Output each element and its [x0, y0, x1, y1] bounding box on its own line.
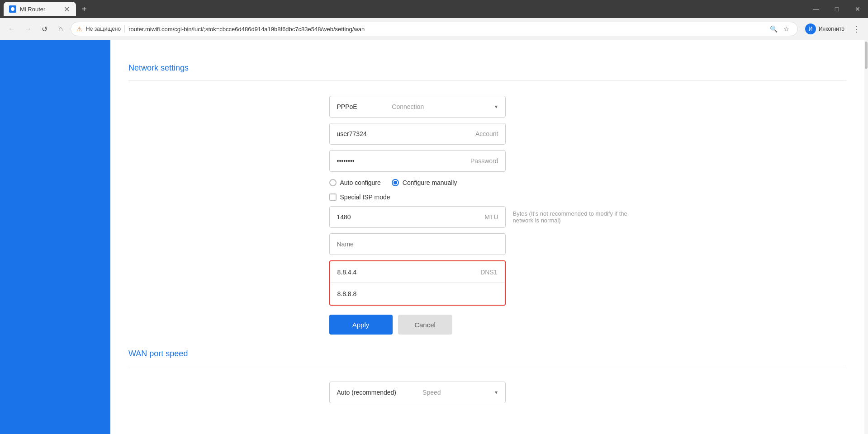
- mtu-hint-text: Bytes (It's not recommended to modify if…: [513, 210, 646, 224]
- speed-label: Speed: [422, 389, 441, 396]
- scrollbar-thumb[interactable]: [865, 42, 868, 69]
- tab-title: Mi Router: [20, 6, 45, 13]
- browser-menu-button[interactable]: ⋮: [850, 23, 863, 35]
- minimize-button[interactable]: —: [806, 0, 826, 18]
- dns1-label: DNS1: [480, 269, 497, 276]
- apply-button[interactable]: Apply: [329, 315, 393, 335]
- name-row: [329, 233, 506, 255]
- main-area: Network settings PPPoE Connection ▾: [0, 40, 868, 434]
- browser-right-icons: И Инкогнито ⋮: [802, 22, 863, 36]
- security-icon: ⚠: [76, 25, 82, 33]
- active-tab[interactable]: Mi Router ✕: [4, 2, 76, 16]
- manual-configure-radio[interactable]: Configure manually: [392, 179, 457, 186]
- address-bar-divider: [124, 25, 125, 33]
- close-button[interactable]: ✕: [847, 0, 868, 18]
- maximize-button[interactable]: □: [826, 0, 847, 18]
- auto-configure-label: Auto configure: [340, 179, 381, 186]
- avatar-letter: И: [809, 26, 813, 32]
- bookmark-icon[interactable]: ☆: [781, 24, 792, 34]
- home-button[interactable]: ⌂: [54, 23, 67, 35]
- wan-port-speed-title: WAN port speed: [128, 349, 846, 359]
- not-secure-label: Не защищено: [86, 26, 121, 32]
- network-settings-section: Network settings PPPoE Connection ▾: [128, 63, 846, 335]
- url-text[interactable]: router.miwifi.com/cgi-bin/luci/;stok=cbc…: [128, 26, 765, 33]
- isp-checkbox-label: Special ISP mode: [340, 193, 390, 201]
- browser-chrome: Mi Router ✕ + ← → ↺ ⌂ ⚠ Не защищено rout…: [0, 0, 868, 40]
- auto-configure-radio[interactable]: Auto configure: [329, 179, 381, 186]
- dns1-input[interactable]: [337, 269, 481, 276]
- connection-type-row: PPPoE Connection ▾: [329, 96, 506, 118]
- address-bar[interactable]: ⚠ Не защищено router.miwifi.com/cgi-bin/…: [71, 22, 798, 36]
- configure-radio-group: Auto configure Configure manually: [329, 177, 646, 188]
- account-input[interactable]: [329, 123, 506, 145]
- manual-configure-label: Configure manually: [403, 179, 457, 186]
- profile-avatar: И: [805, 24, 816, 34]
- profile-label: Инкогнито: [819, 26, 844, 32]
- form-button-row: Apply Cancel: [329, 315, 646, 335]
- dns1-row: DNS1: [330, 261, 505, 283]
- network-form: PPPoE Connection ▾ Account: [329, 91, 646, 335]
- content-area: Network settings PPPoE Connection ▾: [110, 40, 868, 434]
- section-divider: [128, 80, 846, 80]
- connection-label: Connection: [392, 103, 424, 110]
- dns2-row: [330, 283, 505, 305]
- address-icons: 🔍 ☆: [768, 24, 792, 34]
- network-settings-title: Network settings: [128, 63, 846, 73]
- wan-form: Auto (recommended) Speed ▾: [329, 377, 646, 403]
- dns2-input[interactable]: [337, 290, 498, 297]
- scrollbar[interactable]: [864, 40, 868, 434]
- mtu-input[interactable]: [329, 206, 506, 228]
- search-icon[interactable]: 🔍: [768, 24, 779, 34]
- wan-section-divider: [128, 366, 846, 366]
- special-isp-checkbox[interactable]: Special ISP mode: [329, 193, 646, 201]
- sidebar: [0, 40, 110, 434]
- browser-controls: ← → ↺ ⌂ ⚠ Не защищено router.miwifi.com/…: [0, 18, 868, 40]
- wan-port-speed-section: WAN port speed Auto (recommended) Speed …: [128, 349, 846, 403]
- cancel-button[interactable]: Cancel: [398, 315, 452, 335]
- auto-radio-circle: [329, 179, 337, 186]
- manual-radio-circle: [392, 179, 399, 186]
- tab-close-button[interactable]: ✕: [62, 5, 71, 13]
- name-input[interactable]: [329, 233, 506, 255]
- speed-dropdown-row: Auto (recommended) Speed ▾: [329, 382, 506, 403]
- connection-type-value: PPPoE: [337, 103, 357, 110]
- page-content: Network settings PPPoE Connection ▾: [110, 40, 864, 434]
- password-input[interactable]: [329, 150, 506, 172]
- speed-value: Auto (recommended): [337, 389, 397, 396]
- mtu-input-wrapper: MTU: [329, 206, 506, 228]
- new-tab-button[interactable]: +: [78, 3, 90, 15]
- profile-button[interactable]: И Инкогнито: [802, 22, 848, 36]
- isp-checkbox-box: [329, 193, 337, 201]
- tab-favicon: [9, 5, 16, 13]
- account-row: Account: [329, 123, 506, 145]
- window-controls: — □ ✕: [806, 0, 868, 18]
- forward-button[interactable]: →: [22, 23, 34, 35]
- back-button[interactable]: ←: [5, 23, 18, 35]
- reload-button[interactable]: ↺: [38, 23, 51, 35]
- dns-highlight-box: DNS1: [329, 260, 506, 306]
- connection-type-dropdown[interactable]: PPPoE Connection ▾: [329, 96, 506, 118]
- mtu-row: MTU Bytes (It's not recommended to modif…: [329, 206, 646, 228]
- connection-dropdown-arrow: ▾: [495, 104, 498, 110]
- speed-dropdown[interactable]: Auto (recommended) Speed ▾: [329, 382, 506, 403]
- tab-bar: Mi Router ✕ +: [0, 0, 868, 18]
- speed-dropdown-arrow: ▾: [495, 389, 498, 396]
- password-row: Password: [329, 150, 506, 172]
